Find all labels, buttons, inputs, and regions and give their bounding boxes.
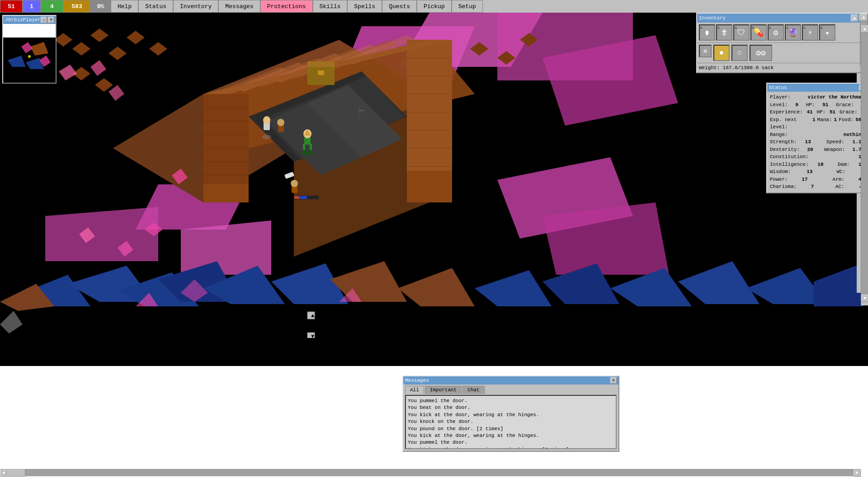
- mana-stat: 1: [23, 0, 41, 13]
- minimap-image: [3, 38, 56, 83]
- tab-all[interactable]: All: [405, 386, 424, 394]
- svg-text:▼: ▼: [311, 333, 315, 338]
- menu-setup[interactable]: Setup: [452, 0, 483, 13]
- message-line-3: You kick at the door, wearing at the hin…: [408, 412, 614, 418]
- inv-slot-1[interactable]: A ⚱: [699, 24, 715, 41]
- status-stat-wis: Wisdom: 13 WC: 8: [770, 168, 864, 176]
- svg-marker-32: [407, 40, 452, 171]
- svg-point-120: [28, 55, 31, 58]
- message-line-1: You pummel the door.: [408, 398, 614, 404]
- menu-pickup[interactable]: Pickup: [417, 0, 452, 13]
- inv-slot-6[interactable]: A 🔮: [785, 24, 801, 41]
- status-window: Status × Player: victor the Northman Lev…: [766, 83, 868, 193]
- tab-chat[interactable]: Chat: [462, 386, 484, 394]
- status-stat-pow: Power: 17 Arm: 47: [770, 176, 864, 183]
- message-line-2: You beat on the door.: [408, 404, 614, 411]
- status-stat-cha: Charisma: 7 AC: -1: [770, 183, 864, 191]
- menu-inventory[interactable]: Inventory: [173, 0, 218, 13]
- inventory-titlebar: Inventory ▲ ×: [697, 14, 867, 23]
- svg-point-60: [263, 116, 270, 124]
- message-line-4: You knock on the door.: [408, 418, 614, 425]
- status-stat-strength: Strength: 13 Speed: 1.10: [770, 138, 864, 146]
- right-scrollbar[interactable]: ▲ ▼: [861, 25, 868, 305]
- scroll-left-arrow[interactable]: ◄: [0, 469, 7, 477]
- status-stat-int: Intelligence: 18 Dam: 17: [770, 161, 864, 169]
- svg-rect-70: [358, 110, 364, 111]
- messages-titlebar: Messages ×: [403, 376, 618, 385]
- minimap-close-button[interactable]: ×: [48, 17, 54, 23]
- message-line-7: You pummel the door.: [408, 439, 614, 446]
- status-title: Status: [769, 85, 787, 90]
- hscroll-thumb[interactable]: [7, 469, 25, 477]
- svg-text:▲: ▲: [311, 313, 315, 319]
- svg-rect-56: [310, 144, 312, 150]
- status-player-row: Player: victor the Northman: [770, 94, 864, 101]
- scroll-right-arrow[interactable]: ►: [854, 469, 861, 477]
- status-stat-dex: Dexterity: 20 Weapon: 1.70: [770, 146, 864, 154]
- svg-point-58: [262, 135, 271, 139]
- messages-close-button[interactable]: ×: [610, 377, 617, 384]
- scroll-up-arrow[interactable]: ▲: [861, 25, 868, 33]
- messages-window: Messages × All Important Chat You pummel…: [402, 375, 619, 452]
- minimap-text-area: [3, 24, 56, 38]
- minimap-minimize-button[interactable]: -: [41, 17, 47, 23]
- inv-slot-7[interactable]: A ⚡: [802, 24, 818, 41]
- food-stat: 4: [41, 0, 63, 13]
- menu-skills[interactable]: Skills: [313, 0, 348, 13]
- inventory-slots-row1: A ⚱ A 🗡 A 🛡 A 💊 A ⚙ A 🔮: [697, 23, 867, 43]
- top-menu-bar: 51 1 4 583 0% Help Status Inventory Mess…: [0, 0, 868, 13]
- inv-slot-8[interactable]: A ✦: [819, 24, 835, 41]
- messages-title: Messages: [405, 378, 429, 383]
- svg-point-52: [302, 150, 313, 155]
- menu-status[interactable]: Status: [138, 0, 173, 13]
- hscroll-track[interactable]: [7, 469, 854, 476]
- status-range-row: Range: nothing: [770, 131, 864, 139]
- status-exp-row: Experience: 41 HP: 51 Grace: 4: [770, 108, 864, 116]
- inv-slot-3[interactable]: A 🛡: [733, 24, 750, 41]
- svg-rect-50: [307, 61, 335, 67]
- svg-rect-68: [294, 196, 299, 199]
- minimap-titlebar: JOrbisPlayer - ×: [3, 16, 56, 24]
- messages-tabs: All Important Chat: [403, 385, 618, 394]
- inv-slot-yellow[interactable]: ●: [713, 45, 730, 61]
- status-stat-con: Constitution: 10: [770, 153, 864, 161]
- inv-slot-4[interactable]: A 💊: [750, 24, 767, 41]
- status-content: Player: victor the Northman Level: 9 HP:…: [767, 92, 867, 192]
- tab-important[interactable]: Important: [425, 386, 462, 394]
- svg-marker-7: [45, 207, 158, 261]
- message-line-6: You kick at the door, wearing at the hin…: [408, 432, 614, 439]
- message-line-8: You kick at the door, wearing at the hin…: [408, 446, 614, 449]
- bottom-scrollbar[interactable]: ◄ ►: [0, 469, 861, 476]
- inv-slot-circle1[interactable]: ○: [731, 45, 748, 61]
- status-stats-grid: Strength: 13 Speed: 1.10 Dexterity: 20 W…: [770, 138, 864, 191]
- inventory-weight: Weight: 167.6/1300.0 sack: [697, 63, 867, 72]
- inv-slot-5[interactable]: A ⚙: [768, 24, 784, 41]
- status-titlebar: Status ×: [767, 84, 867, 92]
- inventory-slots-row2: ⊞ ● ○ ⚙⚙: [697, 43, 867, 63]
- svg-rect-51: [318, 70, 324, 75]
- inventory-title: Inventory: [699, 15, 726, 21]
- message-line-5: You pound on the door. [2 times]: [408, 426, 614, 432]
- menu-protections[interactable]: Protections: [260, 0, 313, 13]
- inventory-scroll-up[interactable]: ▲: [851, 14, 858, 22]
- status-exp-next-row: Exp. next level: 1 Mana: 1 Food: 583: [770, 116, 864, 131]
- inv-slot-grid[interactable]: ⊞: [699, 45, 712, 57]
- game-area[interactable]: ▲ ▼ JOrbisPlayer - ×: [0, 13, 868, 488]
- status-level-row: Level: 9 HP: 51 Grace: 4: [770, 101, 864, 109]
- menu-quests[interactable]: Quests: [382, 0, 417, 13]
- svg-rect-69: [358, 105, 361, 119]
- inv-slot-double[interactable]: ⚙⚙: [750, 45, 772, 61]
- inv-slot-2[interactable]: A 🗡: [716, 24, 732, 41]
- svg-point-64: [291, 180, 298, 187]
- scroll-down-arrow[interactable]: ▼: [861, 295, 868, 302]
- svg-rect-55: [303, 144, 305, 150]
- menu-help[interactable]: Help: [111, 0, 138, 13]
- svg-point-62: [277, 119, 284, 126]
- minimap-title: JOrbisPlayer: [5, 17, 41, 23]
- menu-messages[interactable]: Messages: [218, 0, 260, 13]
- gold-stat: 583: [63, 0, 90, 13]
- inv-scroll-up-arrow[interactable]: ▲: [860, 14, 868, 21]
- messages-body[interactable]: You pummel the door. You beat on the doo…: [405, 395, 617, 449]
- menu-spells[interactable]: Spells: [347, 0, 382, 13]
- minimap-window: JOrbisPlayer - ×: [2, 15, 57, 84]
